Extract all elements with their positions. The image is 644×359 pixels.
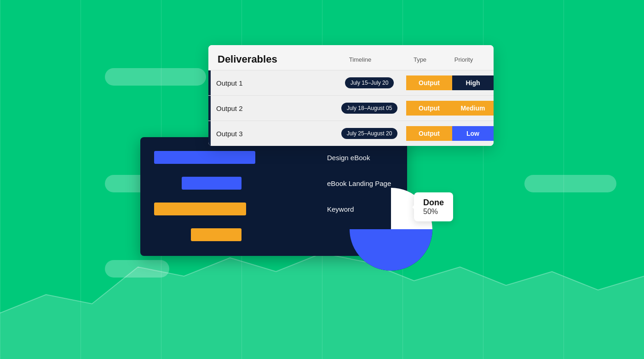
table-row: Output 3 July 25–August 20 Output Low bbox=[208, 121, 494, 146]
deliverables-card: Deliverables Timeline Type Priority Outp… bbox=[208, 45, 494, 146]
gantt-bar-area bbox=[154, 150, 320, 165]
row-label: Output 1 bbox=[211, 79, 333, 87]
deliverables-title: Deliverables bbox=[218, 53, 323, 65]
row-label: Output 3 bbox=[211, 130, 333, 138]
timeline-pill: July 18–August 05 bbox=[341, 103, 398, 114]
timeline-badge: July 18–August 05 bbox=[333, 103, 406, 114]
table-row: Output 1 July 15–July 20 Output High bbox=[208, 70, 494, 95]
gantt-bar-area bbox=[154, 176, 320, 191]
priority-cell: Medium bbox=[452, 101, 494, 116]
type-cell: Output bbox=[406, 101, 452, 116]
col-priority-header: Priority bbox=[443, 56, 484, 63]
timeline-pill: July 25–August 20 bbox=[341, 128, 398, 139]
done-percent: 50% bbox=[423, 208, 444, 216]
gantt-bar-area bbox=[154, 227, 320, 242]
gantt-bar-ebook-landing bbox=[182, 177, 242, 190]
gantt-row: Design eBook bbox=[154, 150, 393, 165]
col-timeline-header: Timeline bbox=[323, 56, 397, 63]
priority-badge-medium: Medium bbox=[452, 101, 494, 116]
type-badge: Output bbox=[406, 126, 452, 141]
gantt-label-design-ebook: Design eBook bbox=[320, 154, 393, 162]
priority-badge-low: Low bbox=[452, 126, 494, 141]
gantt-bar-area bbox=[154, 202, 320, 216]
type-badge: Output bbox=[406, 75, 452, 90]
priority-cell: Low bbox=[452, 126, 494, 141]
deliverables-header: Deliverables Timeline Type Priority bbox=[208, 45, 494, 70]
timeline-badge: July 15–July 20 bbox=[333, 77, 406, 88]
done-label: Done bbox=[423, 198, 444, 208]
content-area: Deliverables Timeline Type Priority Outp… bbox=[0, 0, 644, 359]
col-type-header: Type bbox=[397, 56, 443, 63]
priority-badge-high: High bbox=[452, 75, 494, 90]
gantt-bar-keyword-research bbox=[154, 203, 246, 215]
timeline-pill: July 15–July 20 bbox=[345, 77, 394, 88]
gantt-bar-partial bbox=[191, 228, 242, 241]
priority-cell: High bbox=[452, 75, 494, 90]
type-cell: Output bbox=[406, 75, 452, 90]
timeline-badge: July 25–August 20 bbox=[333, 128, 406, 139]
done-tooltip: Done 50% bbox=[414, 192, 453, 221]
table-row: Output 2 July 18–August 05 Output Medium bbox=[208, 95, 494, 121]
gantt-bar-design-ebook bbox=[154, 151, 255, 164]
type-cell: Output bbox=[406, 126, 452, 141]
type-badge: Output bbox=[406, 101, 452, 116]
row-label: Output 2 bbox=[211, 104, 333, 112]
